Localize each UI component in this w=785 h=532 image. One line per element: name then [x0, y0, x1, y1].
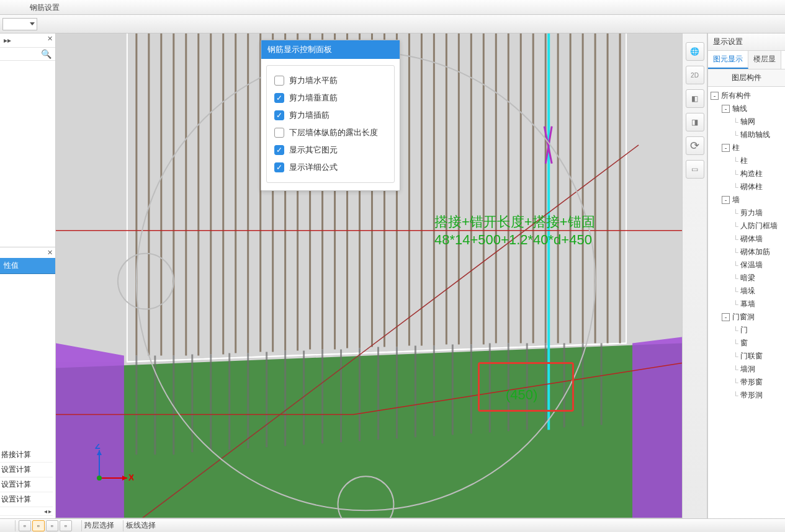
checkbox[interactable]: ✓: [274, 110, 284, 120]
tree-toggle-icon[interactable]: -: [711, 92, 719, 100]
status-bar: ▫ ▫ ▫ ▫ 跨层选择 板线选择: [0, 518, 785, 532]
tree-row[interactable]: └辅助轴线: [708, 128, 785, 141]
tree-row[interactable]: └剪力墙: [708, 206, 785, 219]
tree-row[interactable]: └窗: [708, 337, 785, 350]
tree-toggle-icon[interactable]: -: [722, 105, 730, 113]
left-panel: ✕ ▸▸ 🔍 ✕ 性值 搭接计算 设置计算 设置计算 设置计算 ◂▸: [0, 33, 56, 518]
tree-row[interactable]: └构造柱: [708, 167, 785, 180]
rotate-icon[interactable]: ⟳: [686, 136, 704, 155]
checkbox-row[interactable]: ✓剪力墙插筋: [274, 107, 387, 124]
view-mode-button[interactable]: ▫: [60, 520, 72, 531]
status-item[interactable]: 跨层选择: [81, 520, 117, 531]
toolbar-combo[interactable]: [2, 18, 37, 30]
model-viewport[interactable]: X Z 钢筋显示控制面板 剪力墙水平筋✓剪力墙垂直筋✓剪力墙插筋下层墙体纵筋的露…: [56, 33, 683, 518]
tree-label: 轴线: [732, 104, 747, 114]
tree-row[interactable]: └人防门框墙: [708, 219, 785, 233]
view-2d-button[interactable]: 2D: [686, 66, 704, 84]
tree-row[interactable]: -轴线: [708, 102, 785, 115]
tree-label: 暗梁: [740, 273, 755, 283]
tree-row[interactable]: └幕墙: [708, 298, 785, 311]
tree-row[interactable]: -门窗洞: [708, 311, 785, 324]
tree-row[interactable]: -所有构件: [708, 89, 785, 102]
view-mode-button[interactable]: ▫: [46, 520, 58, 531]
checkbox-row[interactable]: ✓剪力墙垂直筋: [274, 89, 387, 107]
tree-toggle-icon[interactable]: -: [722, 144, 730, 152]
view-mode-button[interactable]: ▫: [32, 520, 45, 531]
tree-row[interactable]: └墙垛: [708, 285, 785, 298]
tree-label: 保温墙: [740, 260, 763, 270]
tree-row[interactable]: └轴网: [708, 115, 785, 128]
checkbox[interactable]: [274, 128, 284, 138]
list-item[interactable]: 搭接计算: [0, 448, 53, 463]
top-toolbar: [0, 15, 785, 33]
tree-row[interactable]: └暗梁: [708, 272, 785, 285]
tree-label: 柱: [740, 156, 748, 166]
checkbox-row[interactable]: 剪力墙水平筋: [274, 72, 387, 89]
close-icon[interactable]: ✕: [47, 35, 53, 43]
tree-label: 轴网: [740, 117, 755, 127]
panel-title: 钢筋显示控制面板: [261, 40, 400, 59]
tree-label: 门: [740, 325, 748, 335]
close-icon[interactable]: ✕: [0, 247, 55, 258]
checkbox-label: 下层墙体纵筋的露出长度: [289, 127, 378, 138]
tree-row[interactable]: -墙: [708, 193, 785, 206]
tree-toggle-icon[interactable]: -: [722, 196, 730, 204]
tree-row[interactable]: └保温墙: [708, 259, 785, 272]
checkbox-label: 剪力墙垂直筋: [289, 92, 338, 104]
view-cube-icon[interactable]: ◧: [686, 89, 704, 108]
tree-toggle-icon[interactable]: -: [722, 313, 730, 321]
checkbox[interactable]: ✓: [274, 145, 284, 155]
tree-label: 幕墙: [740, 299, 755, 309]
tree-row[interactable]: └墙洞: [708, 363, 785, 376]
layer-tree[interactable]: -所有构件-轴线└轴网└辅助轴线-柱└柱└构造柱└砌体柱-墙└剪力墙└人防门框墙…: [708, 87, 785, 518]
svg-marker-1: [56, 344, 682, 518]
tree-row[interactable]: └门: [708, 324, 785, 337]
view-mode-button[interactable]: ▫: [19, 520, 31, 531]
checkbox-row[interactable]: 下层墙体纵筋的露出长度: [274, 124, 387, 141]
tree-label: 辅助轴线: [740, 130, 770, 140]
checkbox[interactable]: ✓: [274, 162, 284, 172]
tree-branch-icon: └: [733, 248, 738, 257]
tree-branch-icon: └: [733, 222, 738, 231]
property-header: 性值: [0, 258, 55, 274]
tab-element-display[interactable]: 图元显示: [708, 51, 748, 69]
tree-label: 带形窗: [740, 377, 763, 388]
checkbox-label: 显示其它图元: [289, 144, 338, 156]
window-title-bar: 钢筋设置: [0, 0, 785, 15]
list-item[interactable]: 设置计算: [0, 492, 53, 507]
tab-floor-display[interactable]: 楼层显: [748, 51, 781, 69]
tree-row[interactable]: └砌体墙: [708, 233, 785, 246]
tree-row[interactable]: └砌体柱: [708, 180, 785, 193]
tree-row[interactable]: └砌体加筋: [708, 246, 785, 259]
list-item[interactable]: 设置计算: [0, 477, 53, 492]
tree-branch-icon: └: [733, 378, 738, 387]
view-cube-alt-icon[interactable]: ◨: [686, 113, 704, 131]
status-item[interactable]: 板线选择: [123, 520, 158, 531]
tree-label: 窗: [740, 338, 748, 348]
checkbox[interactable]: ✓: [274, 93, 284, 103]
tree-row[interactable]: └柱: [708, 154, 785, 167]
scroll-strip[interactable]: ◂▸: [0, 507, 53, 516]
tree-branch-icon: └: [733, 352, 738, 361]
view-settings-icon[interactable]: ▭: [686, 160, 704, 179]
checkbox-row[interactable]: ✓显示详细公式: [274, 159, 387, 176]
list-item[interactable]: 设置计算: [0, 463, 53, 477]
tree-row[interactable]: └带形洞: [708, 389, 785, 402]
search-icon[interactable]: 🔍: [41, 49, 52, 59]
tree-row[interactable]: └门联窗: [708, 350, 785, 363]
checkbox-row[interactable]: ✓显示其它图元: [274, 141, 387, 159]
tree-row[interactable]: └带形窗: [708, 376, 785, 389]
rebar-display-panel[interactable]: 钢筋显示控制面板 剪力墙水平筋✓剪力墙垂直筋✓剪力墙插筋下层墙体纵筋的露出长度✓…: [261, 40, 400, 191]
search-row: 🔍: [0, 47, 55, 61]
tree-branch-icon: └: [733, 365, 738, 374]
checkbox[interactable]: [274, 76, 284, 86]
view-globe-icon[interactable]: 🌐: [686, 42, 704, 61]
tree-branch-icon: └: [733, 391, 738, 400]
tree-branch-icon: └: [733, 300, 738, 309]
tree-row[interactable]: -柱: [708, 141, 785, 154]
tree-label: 构造柱: [740, 169, 763, 179]
chevron-down-icon: [30, 22, 35, 25]
layer-header: 图层构件: [708, 69, 785, 87]
tree-branch-icon: └: [733, 118, 738, 126]
svg-marker-2: [56, 344, 124, 518]
